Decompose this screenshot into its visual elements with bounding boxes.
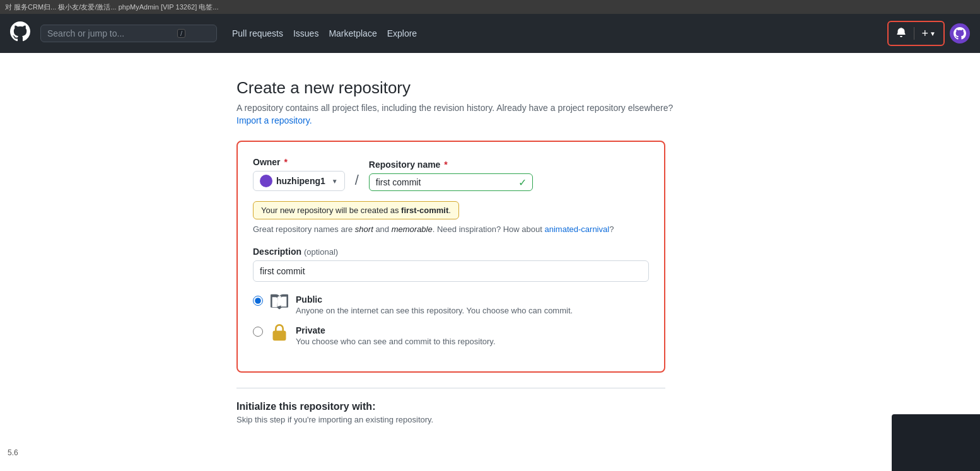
desc-optional: (optional) [304, 247, 338, 257]
description-group: Description (optional) [253, 247, 649, 282]
browser-tabs: 对 服务CRM归... 极小友/友爱/激活... phpMyAdmin [VIP… [5, 3, 218, 12]
owner-name: huzhipeng1 [276, 176, 325, 186]
owner-select[interactable]: huzhipeng1 ▼ [253, 171, 345, 191]
browser-bar: 对 服务CRM归... 极小友/友爱/激活... phpMyAdmin [VIP… [0, 0, 980, 14]
owner-label: Owner * [253, 157, 345, 167]
import-link[interactable]: Import a repository. [236, 115, 312, 125]
repo-name-group: Repository name * ✓ [369, 160, 533, 191]
desc-label: Description (optional) [253, 247, 649, 257]
nav-action-group: + ▼ [887, 21, 945, 46]
repo-name-label: Repository name * [369, 160, 533, 170]
owner-repo-slash: / [355, 172, 359, 191]
owner-group: Owner * huzhipeng1 ▼ [253, 157, 345, 191]
page-subtitle: A repository contains all project files,… [236, 103, 967, 113]
content-wrapper: Create a new repository A repository con… [236, 78, 967, 424]
repo-name-input[interactable] [369, 173, 533, 191]
search-box[interactable]: / [40, 25, 217, 42]
nav-right: + ▼ [887, 21, 970, 46]
notifications-button[interactable] [891, 23, 911, 44]
init-subtitle: Skip this step if you're importing an ex… [236, 415, 665, 424]
search-input[interactable] [47, 28, 173, 38]
repo-name-input-wrap: ✓ [369, 173, 533, 191]
nav-issues[interactable]: Issues [293, 28, 318, 38]
avatar[interactable] [950, 23, 970, 44]
page-title: Create a new repository [236, 78, 967, 98]
github-logo[interactable] [10, 21, 30, 46]
github-nav: / Pull requests Issues Marketplace Explo… [0, 14, 980, 53]
private-content: Private You choose who can see and commi… [296, 325, 649, 346]
private-icon [269, 324, 289, 346]
init-title: Initialize this repository with: [236, 401, 665, 412]
repo-name-required: * [441, 160, 447, 170]
create-repo-form: Owner * huzhipeng1 ▼ / Repository name * [236, 141, 665, 373]
owner-repo-row: Owner * huzhipeng1 ▼ / Repository name * [253, 157, 649, 191]
bell-icon [896, 27, 906, 40]
public-option: Public Anyone on the internet can see th… [253, 294, 649, 315]
private-radio[interactable] [253, 327, 263, 337]
public-desc: Anyone on the internet can see this repo… [296, 306, 649, 315]
dark-preview [892, 414, 980, 471]
public-title: Public [296, 294, 649, 305]
scroll-indicator: 5.6 [5, 447, 21, 458]
owner-required: * [282, 157, 288, 167]
valid-check-icon: ✓ [518, 177, 527, 189]
visibility-group: Public Anyone on the internet can see th… [253, 294, 649, 346]
suggestion-link[interactable]: animated-carnival [545, 224, 610, 234]
public-content: Public Anyone on the internet can see th… [296, 294, 649, 315]
plus-icon: + [922, 28, 929, 39]
new-item-button[interactable]: + ▼ [917, 23, 941, 44]
private-title: Private [296, 325, 649, 335]
repo-name-tooltip: Your new repository will be created as f… [253, 201, 459, 219]
action-divider [914, 27, 914, 40]
description-input[interactable] [253, 260, 649, 282]
private-desc: You choose who can see and commit to thi… [296, 337, 649, 346]
public-radio[interactable] [253, 296, 263, 306]
init-section: Initialize this repository with: Skip th… [236, 388, 665, 424]
nav-links: Pull requests Issues Marketplace Explore [232, 28, 417, 38]
chevron-down-icon: ▼ [930, 30, 936, 37]
owner-avatar [260, 175, 272, 187]
owner-chevron-icon: ▼ [332, 178, 338, 185]
nav-marketplace[interactable]: Marketplace [329, 28, 376, 38]
main-content: Create a new repository A repository con… [0, 53, 980, 471]
nav-pull-requests[interactable]: Pull requests [232, 28, 283, 38]
tooltip-area: Your new repository will be created as f… [253, 196, 649, 219]
public-icon [269, 293, 289, 315]
nav-explore[interactable]: Explore [387, 28, 417, 38]
private-option: Private You choose who can see and commi… [253, 325, 649, 346]
search-slash-key: / [177, 29, 185, 38]
suggestion-text: Great repository names are short and mem… [253, 224, 649, 234]
